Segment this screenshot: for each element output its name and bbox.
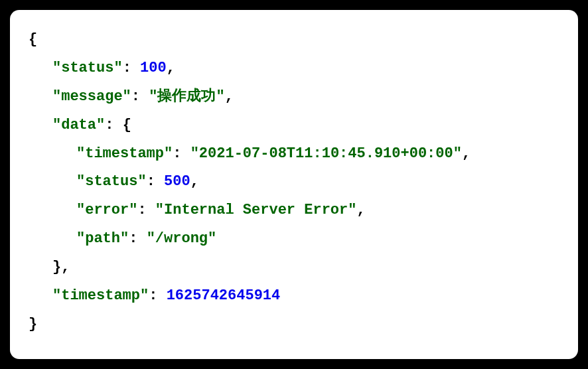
line-path: "path": "/wrong"	[29, 225, 559, 254]
comma: ,	[225, 88, 234, 105]
comma: ,	[190, 173, 199, 190]
colon: :	[173, 145, 190, 162]
key-inner-status: "status"	[76, 173, 147, 190]
brace-open: {	[29, 31, 37, 48]
line-inner-timestamp: "timestamp": "2021-07-08T11:10:45.910+00…	[29, 140, 559, 169]
key-outer-timestamp: "timestamp"	[52, 287, 149, 304]
key-path: "path"	[76, 230, 129, 247]
key-data: "data"	[52, 117, 105, 133]
line-inner-status: "status": 500,	[29, 168, 559, 196]
line-message: "message": "操作成功",	[29, 83, 559, 111]
colon: :	[131, 88, 149, 105]
key-error: "error"	[76, 202, 137, 218]
key-message: "message"	[52, 88, 131, 105]
colon: :	[105, 117, 122, 133]
value-message: "操作成功"	[149, 88, 224, 105]
value-inner-timestamp: "2021-07-08T11:10:45.910+00:00"	[190, 145, 462, 162]
value-inner-status: 500	[164, 173, 190, 190]
line-open-brace: {	[29, 26, 559, 54]
line-error: "error": "Internal Server Error",	[29, 196, 559, 225]
value-outer-timestamp: 1625742645914	[167, 287, 281, 304]
colon: :	[123, 60, 140, 76]
value-status: 100	[140, 60, 167, 76]
json-code-block: { "status": 100, "message": "操作成功", "dat…	[10, 10, 578, 359]
value-error: "Internal Server Error"	[155, 202, 357, 218]
line-status: "status": 100,	[29, 54, 559, 83]
colon: :	[137, 202, 155, 218]
colon: :	[149, 287, 166, 304]
comma: ,	[356, 202, 365, 218]
brace-close: }	[52, 259, 61, 275]
colon: :	[129, 230, 146, 247]
brace-open: {	[123, 117, 131, 133]
key-inner-timestamp: "timestamp"	[76, 145, 173, 162]
colon: :	[147, 173, 164, 190]
line-data-close: },	[29, 254, 559, 282]
comma: ,	[167, 60, 175, 76]
line-data-open: "data": {	[29, 111, 559, 140]
line-close-brace: }	[29, 311, 559, 339]
line-outer-timestamp: "timestamp": 1625742645914	[29, 282, 559, 311]
brace-close: }	[29, 316, 37, 332]
comma: ,	[462, 145, 471, 162]
comma: ,	[61, 259, 70, 275]
value-path: "/wrong"	[147, 230, 217, 247]
key-status: "status"	[52, 60, 123, 76]
